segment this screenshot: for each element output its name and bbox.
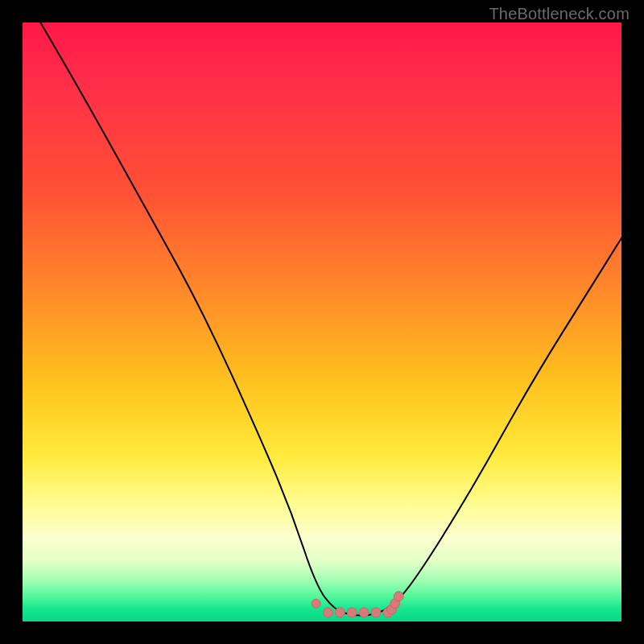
optimal-region-dots	[312, 592, 403, 617]
optimal-dot	[323, 608, 332, 617]
optimal-dot	[394, 592, 403, 601]
optimal-dot	[312, 599, 320, 608]
optimal-dot	[335, 608, 345, 617]
optimal-dot	[371, 608, 381, 617]
optimal-dot	[359, 608, 369, 617]
bottleneck-curve	[40, 23, 621, 616]
optimal-dot	[347, 608, 357, 617]
curve-layer	[23, 23, 621, 621]
watermark-label: TheBottleneck.com	[489, 5, 630, 23]
outer-frame: TheBottleneck.com	[0, 0, 644, 644]
plot-area	[23, 23, 621, 621]
